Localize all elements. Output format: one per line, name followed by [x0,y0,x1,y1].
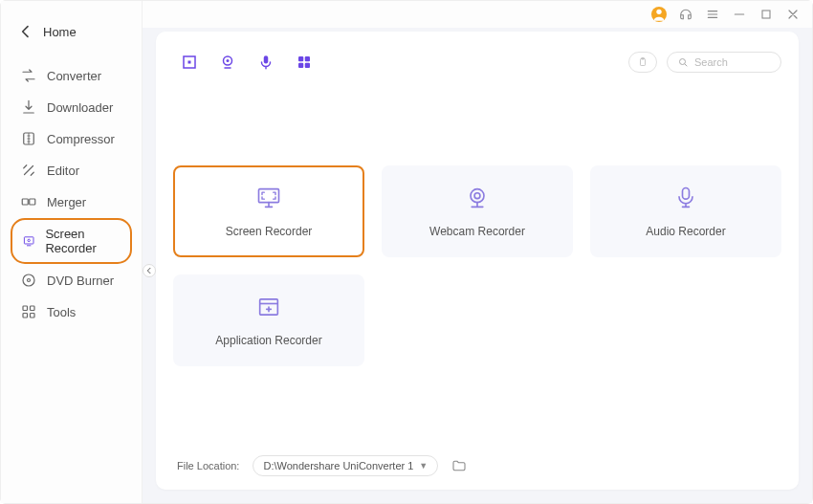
compressor-icon [20,130,37,147]
headset-icon [678,7,693,22]
svg-rect-3 [24,237,33,244]
sidebar-collapse-button[interactable] [143,264,156,277]
search-box[interactable] [667,52,781,73]
sidebar-item-label: Converter [47,69,101,83]
sidebar-item-tools[interactable]: Tools [11,296,132,327]
sidebar-item-label: Compressor [47,132,115,146]
sidebar-item-label: Merger [47,195,86,209]
apps-grid-icon [296,54,313,71]
card-label: Webcam Recorder [429,225,525,238]
clipboard-icon [637,56,648,68]
merger-icon [20,193,37,210]
sidebar-item-label: Screen Recorder [45,227,121,255]
svg-rect-25 [259,189,279,203]
svg-rect-19 [305,56,310,61]
microphone-icon [257,54,275,71]
file-location-label: File Location: [177,460,239,471]
card-label: Application Recorder [215,334,321,347]
svg-point-24 [680,59,686,65]
svg-rect-8 [31,306,35,311]
svg-rect-21 [305,63,310,68]
back-button[interactable] [18,24,33,39]
sidebar-item-label: Tools [47,305,76,319]
dvd-burner-icon [20,272,37,289]
webcam-icon [464,185,491,211]
maximize-icon [758,7,774,22]
svg-rect-22 [641,59,646,66]
mode-app-button[interactable] [296,54,313,71]
mode-icons [173,54,313,71]
sidebar-item-downloader[interactable]: Downloader [11,92,132,122]
mode-webcam-button[interactable] [219,54,236,71]
sidebar-item-label: DVD Burner [47,274,114,288]
hamburger-icon [705,7,720,22]
svg-point-27 [474,193,480,199]
sidebar-item-screen-recorder[interactable]: Screen Recorder [11,218,132,264]
toolbar-right [628,52,781,73]
downloader-icon [20,99,37,116]
svg-point-26 [471,189,484,203]
svg-rect-20 [298,63,303,68]
user-avatar[interactable] [651,7,667,22]
close-icon [785,7,801,22]
sidebar-header: Home [1,14,142,56]
card-audio-recorder[interactable]: Audio Recorder [590,165,781,257]
screen-recorder-icon [22,232,35,250]
tools-icon [20,303,37,320]
svg-rect-12 [762,11,770,18]
mode-screen-button[interactable] [181,54,198,71]
panel-toolbar [173,43,781,81]
svg-point-5 [23,274,34,286]
menu-button[interactable] [705,7,720,22]
support-button[interactable] [678,7,693,22]
panel-footer: File Location: D:\Wondershare UniConvert… [173,449,781,478]
search-icon [677,56,689,68]
titlebar [143,1,812,28]
minimize-button[interactable] [732,7,747,22]
svg-point-4 [28,239,30,241]
card-webcam-recorder[interactable]: Webcam Recorder [382,165,573,257]
file-location-value: D:\Wondershare UniConverter 1 [263,460,413,471]
window-icon [255,294,282,320]
card-screen-recorder[interactable]: Screen Recorder [173,165,364,257]
monitor-icon [255,185,282,211]
converter-icon [20,67,37,84]
svg-rect-9 [23,314,28,318]
sidebar-item-merger[interactable]: Merger [11,186,132,217]
svg-rect-7 [23,306,28,311]
close-button[interactable] [785,7,801,22]
chevron-left-icon [18,24,33,39]
chevron-down-icon: ▼ [419,461,428,471]
open-folder-button[interactable] [451,458,467,473]
svg-point-11 [656,10,661,14]
sidebar-nav: Converter Downloader Compressor Editor [1,56,142,332]
microphone-icon [672,185,699,211]
clipboard-button[interactable] [628,52,657,73]
sidebar-item-editor[interactable]: Editor [11,155,132,186]
main-area: Screen Recorder Webcam Recorder Audio Re… [143,1,812,503]
card-application-recorder[interactable]: Application Recorder [173,274,364,366]
mode-audio-button[interactable] [257,54,275,71]
sidebar-item-converter[interactable]: Converter [11,60,132,91]
card-label: Screen Recorder [226,225,313,238]
svg-rect-28 [683,188,690,200]
sidebar-item-dvd-burner[interactable]: DVD Burner [11,265,132,296]
recorder-cards: Screen Recorder Webcam Recorder Audio Re… [173,81,781,449]
webcam-icon [219,54,236,71]
search-input[interactable] [694,56,771,68]
content-panel: Screen Recorder Webcam Recorder Audio Re… [156,32,799,490]
file-location-dropdown[interactable]: D:\Wondershare UniConverter 1 ▼ [253,455,438,476]
svg-rect-18 [298,56,303,61]
maximize-button[interactable] [758,7,774,22]
svg-rect-14 [188,61,191,64]
chevron-left-icon [145,267,153,274]
svg-rect-1 [22,199,28,205]
svg-rect-10 [31,314,35,318]
sidebar-item-label: Downloader [47,100,113,115]
home-label: Home [43,25,77,39]
svg-point-6 [28,279,31,282]
card-label: Audio Recorder [646,225,725,238]
svg-rect-17 [264,55,269,63]
screen-target-icon [181,54,198,71]
sidebar-item-compressor[interactable]: Compressor [11,123,132,154]
